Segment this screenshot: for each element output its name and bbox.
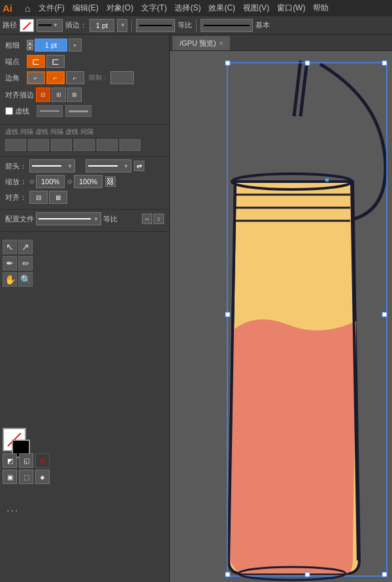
- dash-round-btns: [37, 105, 91, 117]
- arrow-end-dropdown[interactable]: ▼: [86, 159, 131, 172]
- dash-input2[interactable]: [28, 139, 49, 151]
- cap-row: 端点 ⊏ ⊏: [5, 55, 164, 68]
- dash-input1[interactable]: [5, 139, 26, 151]
- artboard-btn[interactable]: ⬚: [19, 470, 33, 484]
- stroke-dropdown[interactable]: [37, 19, 63, 32]
- dash-input4[interactable]: [74, 139, 95, 151]
- dash-input5[interactable]: [97, 139, 118, 151]
- stroke-color-box[interactable]: [20, 19, 34, 32]
- separator2: [196, 19, 197, 32]
- none-btn[interactable]: ⊘: [35, 453, 50, 468]
- menu-window[interactable]: 窗口(W): [274, 1, 308, 15]
- home-icon[interactable]: ⌂: [25, 3, 30, 14]
- scale-input-group2: ⊙: [67, 175, 103, 188]
- align-inside-btn[interactable]: ⊞: [52, 88, 66, 102]
- dash-input6[interactable]: [120, 139, 140, 151]
- zoom-tool[interactable]: 🔍: [18, 272, 33, 287]
- align2-label: 对齐：: [5, 193, 27, 202]
- pen-tool[interactable]: ✒: [3, 256, 17, 270]
- screen-mode-btn[interactable]: ▣: [3, 470, 17, 484]
- symbol-btn[interactable]: ◈: [35, 470, 50, 484]
- weight-row: 粗细 ▲ ▼: [5, 39, 164, 52]
- menu-help[interactable]: 帮助: [310, 1, 332, 15]
- menu-object[interactable]: 对象(O): [103, 1, 137, 15]
- options-toolbar: 路径 插边： 等比 基本: [0, 16, 392, 35]
- align2-btn2[interactable]: ⊠: [49, 191, 67, 204]
- flip-v-btn[interactable]: ↕: [154, 214, 164, 224]
- align-outside-btn[interactable]: ⊠: [67, 88, 82, 102]
- weight-input[interactable]: [35, 39, 67, 52]
- stroke-unit-dropdown[interactable]: [117, 19, 127, 32]
- line-preview2: [201, 19, 253, 32]
- profile-dropdown[interactable]: ▼: [36, 212, 101, 225]
- pencil-tool[interactable]: ✏: [18, 256, 33, 270]
- dashed-checkbox[interactable]: [5, 107, 13, 115]
- corner-bevel-btn[interactable]: ⌐: [66, 71, 84, 84]
- menu-edit[interactable]: 编辑(E): [69, 1, 102, 15]
- align-center-btn[interactable]: ⊟: [36, 88, 50, 102]
- swap-arrows-btn[interactable]: ⇄: [134, 161, 144, 171]
- arrow-label: 箭头：: [5, 161, 27, 171]
- color-mode-btn[interactable]: ◩: [3, 453, 17, 468]
- path-label: 路径: [3, 20, 17, 30]
- miter-limit-input[interactable]: [110, 71, 134, 84]
- stroke-input[interactable]: [90, 19, 114, 32]
- tab-close-btn[interactable]: ×: [220, 40, 223, 47]
- menu-text[interactable]: 文字(T): [138, 1, 170, 15]
- direct-selection-tool[interactable]: ↗: [18, 240, 33, 254]
- menu-file[interactable]: 文件(F): [35, 1, 67, 15]
- svg-rect-18: [382, 572, 387, 577]
- dash-input3[interactable]: [51, 139, 72, 151]
- scale-input-group1: ⊙: [29, 175, 65, 188]
- dash-pattern-btn1[interactable]: [37, 105, 63, 117]
- scale-input2[interactable]: [74, 175, 103, 188]
- gradient-btn[interactable]: ◱: [19, 453, 33, 468]
- svg-rect-15: [382, 312, 387, 317]
- arrow-start-dropdown[interactable]: ▼: [29, 159, 75, 172]
- color-mode-row: ◩ ◱ ⊘: [3, 453, 50, 468]
- dashed-row: 虚线: [5, 105, 164, 117]
- dash-h1: 虚线: [5, 127, 18, 137]
- menu-effect[interactable]: 效果(C): [205, 1, 238, 15]
- bottom-icons: ◩ ◱ ⊘ ▣ ⬚ ◈: [3, 453, 50, 484]
- svg-rect-12: [305, 61, 310, 65]
- menu-select[interactable]: 选择(S): [171, 1, 204, 15]
- weight-unit-dropdown[interactable]: [69, 39, 82, 52]
- tool-row-1: ↖ ↗: [3, 240, 33, 254]
- tab-bar: /GPU 预览) ×: [170, 35, 392, 51]
- scale-input1[interactable]: [36, 175, 65, 188]
- canvas-area: /GPU 预览) ×: [170, 35, 392, 582]
- svg-rect-19: [325, 178, 329, 182]
- cap-btn-group: ⊏ ⊏: [27, 55, 65, 68]
- dash-pattern-btn2[interactable]: [65, 105, 91, 117]
- dash-inputs-section: 虚线 间隔 虚线 间隔 虚线 间隔: [0, 125, 169, 157]
- document-tab[interactable]: /GPU 预览) ×: [172, 36, 230, 50]
- separator1: [131, 19, 132, 32]
- cap-label: 端点: [5, 57, 25, 67]
- limit-label: 限制：: [89, 73, 108, 82]
- cap-butt-btn[interactable]: ⊏: [27, 55, 45, 68]
- corner-miter-btn[interactable]: ⌐: [27, 71, 45, 84]
- svg-rect-17: [305, 572, 310, 577]
- hand-tool[interactable]: ✋: [3, 272, 17, 287]
- corner-round-btn[interactable]: ⌐: [46, 71, 65, 84]
- dash-h6: 间隔: [80, 127, 93, 137]
- menu-view[interactable]: 视图(V): [240, 1, 272, 15]
- scale-link-btn[interactable]: ⛓: [105, 176, 116, 187]
- dashed-checkbox-label[interactable]: 虚线: [5, 106, 29, 116]
- weight-stepper[interactable]: ▲ ▼: [27, 40, 33, 50]
- flip-h-btn[interactable]: ↔: [142, 214, 152, 224]
- profile-section: 配置文件 ▼ 等比 ↔ ↕: [0, 210, 169, 232]
- svg-rect-11: [225, 61, 230, 65]
- corner-label: 边角: [5, 73, 25, 83]
- arrow-section: 箭头： ▼ ▼ ⇄ 缩放： ⊙ ⊙ ⛓ 对齐：: [0, 157, 169, 210]
- basic-label: 基本: [255, 20, 270, 30]
- cap-round-btn[interactable]: ⊏: [46, 55, 65, 68]
- stroke-panel: 粗细 ▲ ▼ 端点 ⊏ ⊏ 边角 ⌐ ⌐ ⌐: [0, 35, 169, 125]
- selection-tool[interactable]: ↖: [3, 240, 17, 254]
- scale-row: 缩放： ⊙ ⊙ ⛓: [5, 175, 164, 188]
- profile-label: 配置文件: [5, 214, 34, 224]
- more-tools[interactable]: ···: [7, 505, 19, 517]
- align2-btn1[interactable]: ⊟: [29, 191, 48, 204]
- tool-row-3: ✋ 🔍: [3, 272, 33, 287]
